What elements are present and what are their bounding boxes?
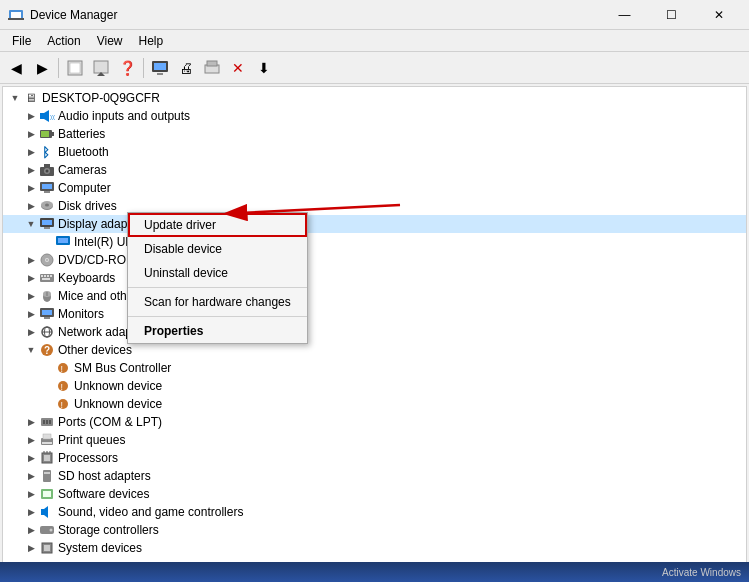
tree-item-processors[interactable]: ▶ Processors bbox=[3, 449, 746, 467]
svg-rect-1 bbox=[11, 12, 21, 18]
expand-desktop[interactable]: ▼ bbox=[7, 90, 23, 106]
svg-rect-8 bbox=[154, 63, 166, 70]
expand-processors[interactable]: ▶ bbox=[23, 450, 39, 466]
menu-action[interactable]: Action bbox=[39, 32, 88, 50]
expand-network[interactable]: ▶ bbox=[23, 324, 39, 340]
context-menu-scan[interactable]: Scan for hardware changes bbox=[128, 290, 307, 314]
tree-item-storage[interactable]: ▶ Storage controllers bbox=[3, 521, 746, 539]
minimize-button[interactable]: — bbox=[602, 0, 647, 30]
toolbar-back[interactable]: ◀ bbox=[4, 56, 28, 80]
expand-system[interactable]: ▶ bbox=[23, 540, 39, 556]
icon-software bbox=[39, 486, 55, 502]
expand-keyboard[interactable]: ▶ bbox=[23, 270, 39, 286]
context-menu-update-driver[interactable]: Update driver bbox=[128, 213, 307, 237]
tree-item-smbus[interactable]: ! SM Bus Controller bbox=[3, 359, 746, 377]
context-menu-uninstall[interactable]: Uninstall device bbox=[128, 261, 307, 285]
svg-rect-66 bbox=[42, 442, 52, 444]
tree-item-system[interactable]: ▶ System devices bbox=[3, 539, 746, 557]
expand-sound[interactable]: ▶ bbox=[23, 504, 39, 520]
tree-item-mice[interactable]: ▶ Mice and other pointing devices bbox=[3, 287, 746, 305]
tree-item-cameras[interactable]: ▶ Cameras bbox=[3, 161, 746, 179]
expand-disk[interactable]: ▶ bbox=[23, 198, 39, 214]
svg-text:?: ? bbox=[44, 345, 50, 356]
menu-view[interactable]: View bbox=[89, 32, 131, 50]
expand-other[interactable]: ▼ bbox=[23, 342, 39, 358]
close-button[interactable]: ✕ bbox=[696, 0, 741, 30]
expand-batteries[interactable]: ▶ bbox=[23, 126, 39, 142]
tree-item-display[interactable]: ▼ Display adapters bbox=[3, 215, 746, 233]
svg-rect-4 bbox=[70, 63, 80, 73]
label-audio: Audio inputs and outputs bbox=[58, 109, 190, 123]
toolbar-disable[interactable]: ✕ bbox=[226, 56, 250, 80]
tree-item-other[interactable]: ▼ ? Other devices bbox=[3, 341, 746, 359]
icon-other: ? bbox=[39, 342, 55, 358]
context-menu-disable[interactable]: Disable device bbox=[128, 237, 307, 261]
tree-item-software[interactable]: ▶ Software devices bbox=[3, 485, 746, 503]
svg-point-21 bbox=[46, 170, 49, 173]
toolbar-scan[interactable] bbox=[200, 56, 224, 80]
expand-print[interactable]: ▶ bbox=[23, 432, 39, 448]
expand-storage[interactable]: ▶ bbox=[23, 522, 39, 538]
expand-software[interactable]: ▶ bbox=[23, 486, 39, 502]
tree-item-monitors[interactable]: ▶ Monitors bbox=[3, 305, 746, 323]
expand-display[interactable]: ▼ bbox=[23, 216, 39, 232]
expand-dvd[interactable]: ▶ bbox=[23, 252, 39, 268]
expand-bluetooth[interactable]: ▶ bbox=[23, 144, 39, 160]
tree-item-network[interactable]: ▶ Network adapters bbox=[3, 323, 746, 341]
label-disk: Disk drives bbox=[58, 199, 117, 213]
svg-rect-22 bbox=[44, 164, 50, 168]
icon-batteries bbox=[39, 126, 55, 142]
svg-rect-11 bbox=[207, 61, 217, 66]
tree-item-ports[interactable]: ▶ Ports (COM & LPT) bbox=[3, 413, 746, 431]
tree-item-sd[interactable]: ▶ SD host adapters bbox=[3, 467, 746, 485]
expand-ports[interactable]: ▶ bbox=[23, 414, 39, 430]
expand-mice[interactable]: ▶ bbox=[23, 288, 39, 304]
tree-item-computer[interactable]: ▶ Computer bbox=[3, 179, 746, 197]
title-bar: Device Manager — ☐ ✕ bbox=[0, 0, 749, 30]
tree-item-unknown1[interactable]: ! Unknown device bbox=[3, 377, 746, 395]
tree-item-desktop[interactable]: ▼ 🖥 DESKTOP-0Q9GCFR bbox=[3, 89, 746, 107]
toolbar-refresh[interactable]: ⬇ bbox=[252, 56, 276, 80]
menu-file[interactable]: File bbox=[4, 32, 39, 50]
menu-help[interactable]: Help bbox=[131, 32, 172, 50]
tree-item-sound[interactable]: ▶ Sound, video and game controllers bbox=[3, 503, 746, 521]
expand-monitors[interactable]: ▶ bbox=[23, 306, 39, 322]
toolbar-update-driver[interactable] bbox=[89, 56, 113, 80]
tree-item-bluetooth[interactable]: ▶ ᛒ Bluetooth bbox=[3, 143, 746, 161]
icon-monitors bbox=[39, 306, 55, 322]
tree-item-print[interactable]: ▶ Print queues bbox=[3, 431, 746, 449]
toolbar-help[interactable]: ❓ bbox=[115, 56, 139, 80]
tree-item-intel[interactable]: Intel(R) UHD Graphics 620 bbox=[3, 233, 746, 251]
toolbar-properties[interactable] bbox=[63, 56, 87, 80]
tree-item-keyboard[interactable]: ▶ Keyboards bbox=[3, 269, 746, 287]
tree-view[interactable]: ▼ 🖥 DESKTOP-0Q9GCFR ▶ )))) Audio inputs … bbox=[3, 87, 746, 582]
expand-smbus bbox=[39, 360, 55, 376]
svg-marker-13 bbox=[44, 110, 49, 122]
toolbar-sep-1 bbox=[58, 58, 59, 78]
icon-network bbox=[39, 324, 55, 340]
svg-point-28 bbox=[45, 204, 49, 207]
expand-computer[interactable]: ▶ bbox=[23, 180, 39, 196]
tree-item-disk[interactable]: ▶ Disk drives bbox=[3, 197, 746, 215]
svg-rect-48 bbox=[44, 317, 50, 319]
expand-sd[interactable]: ▶ bbox=[23, 468, 39, 484]
icon-dvd bbox=[39, 252, 55, 268]
toolbar-forward[interactable]: ▶ bbox=[30, 56, 54, 80]
tree-item-batteries[interactable]: ▶ Batteries bbox=[3, 125, 746, 143]
toolbar-display[interactable] bbox=[148, 56, 172, 80]
label-smbus: SM Bus Controller bbox=[74, 361, 171, 375]
tree-item-audio[interactable]: ▶ )))) Audio inputs and outputs bbox=[3, 107, 746, 125]
tree-item-unknown2[interactable]: ! Unknown device bbox=[3, 395, 746, 413]
context-menu-properties[interactable]: Properties bbox=[128, 319, 307, 343]
expand-cameras[interactable]: ▶ bbox=[23, 162, 39, 178]
context-menu-sep2 bbox=[128, 316, 307, 317]
maximize-button[interactable]: ☐ bbox=[649, 0, 694, 30]
tree-item-dvd[interactable]: ▶ DVD/CD-ROM drives bbox=[3, 251, 746, 269]
label-bluetooth: Bluetooth bbox=[58, 145, 109, 159]
svg-rect-75 bbox=[43, 491, 51, 497]
expand-audio[interactable]: ▶ bbox=[23, 108, 39, 124]
label-unknown2: Unknown device bbox=[74, 397, 162, 411]
toolbar-print[interactable]: 🖨 bbox=[174, 56, 198, 80]
svg-rect-17 bbox=[41, 131, 49, 137]
toolbar: ◀ ▶ ❓ 🖨 ✕ ⬇ bbox=[0, 52, 749, 84]
